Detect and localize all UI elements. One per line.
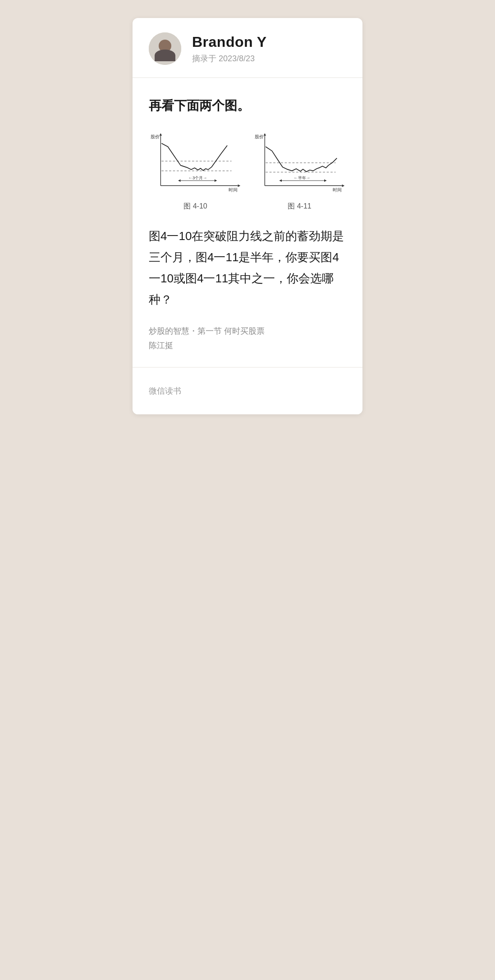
svg-text:股价: 股价 [151,134,160,139]
svg-marker-9 [178,179,181,182]
intro-text: 再看下面两个图。 [149,96,346,116]
svg-text:股价: 股价 [255,134,264,139]
chart2-label: 图 4-11 [288,202,311,211]
book-title: 炒股的智慧・第一节 何时买股票 [149,325,346,338]
card-content: 再看下面两个图。 股价 时间 [133,78,362,368]
svg-text:时间: 时间 [333,187,342,192]
card-footer: 微信读书 [133,368,362,414]
avatar [149,32,181,65]
footer-brand: 微信读书 [149,386,181,395]
svg-marker-3 [238,184,241,187]
svg-marker-22 [324,179,327,182]
svg-text:←半年→: ←半年→ [293,175,310,180]
chart2-wrapper: 股价 时间 [253,131,346,212]
charts-row: 股价 时间 [149,131,346,212]
avatar-image [149,32,181,65]
book-author: 陈江挺 [149,340,346,351]
chart1-wrapper: 股价 时间 [149,131,242,212]
svg-marker-21 [279,179,282,182]
svg-marker-5 [160,133,162,136]
svg-marker-17 [264,133,266,136]
header-info: Brandon Y 摘录于 2023/8/23 [192,34,267,64]
user-name: Brandon Y [192,34,267,50]
chart2-svg: 股价 时间 [253,131,346,199]
user-date: 摘录于 2023/8/23 [192,53,267,64]
content-card: Brandon Y 摘录于 2023/8/23 再看下面两个图。 股价 [133,18,362,414]
book-info: 炒股的智慧・第一节 何时买股票 陈江挺 [149,325,346,351]
svg-marker-10 [215,179,217,182]
chart1-label: 图 4-10 [183,202,207,211]
chart1-svg: 股价 时间 [149,131,242,199]
svg-text:时间: 时间 [229,187,238,192]
main-paragraph: 图4一10在突破阻力线之前的蓄劲期是三个月，图4一11是半年，你要买图4一10或… [149,226,346,310]
svg-text:←3个月→: ←3个月→ [188,175,207,180]
svg-marker-15 [342,184,345,187]
card-header: Brandon Y 摘录于 2023/8/23 [133,18,362,78]
phone-frame: Brandon Y 摘录于 2023/8/23 再看下面两个图。 股价 [124,0,371,432]
